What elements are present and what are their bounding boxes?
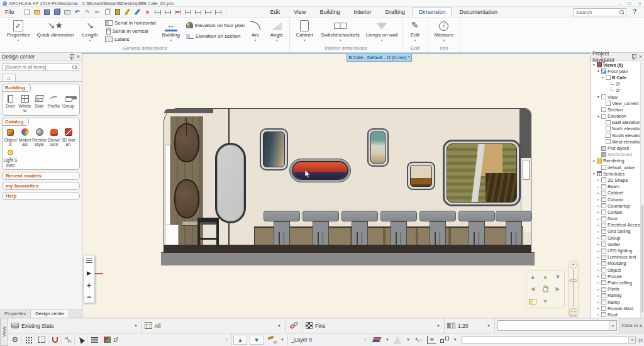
serial-option[interactable]: Serial in vertical	[105, 28, 156, 35]
tree-item[interactable]: Ramp	[591, 299, 640, 305]
tree-item[interactable]: Section	[591, 106, 640, 113]
bar-stool-pedestal[interactable]	[469, 221, 485, 245]
mini-nav-icon[interactable]: ▲▲▼▼	[569, 308, 577, 317]
format-brush-icon[interactable]	[124, 8, 131, 16]
tree-expander-icon[interactable]	[596, 268, 601, 272]
tree-expander-icon[interactable]	[596, 198, 601, 201]
tree-expander-icon[interactable]	[596, 249, 601, 253]
baseboard[interactable]	[164, 245, 531, 253]
tree-item[interactable]: View	[591, 94, 640, 100]
pan-down-icon[interactable]: ▼	[543, 298, 548, 304]
tree-expander-icon[interactable]	[596, 306, 601, 310]
document-tab[interactable]: B Cafe - Default - 1f (0 mm) *	[347, 54, 412, 62]
tree-item[interactable]: Views (6)	[591, 62, 640, 68]
redo-icon[interactable]: ↷	[84, 8, 91, 16]
catalog-item[interactable]: Objects	[3, 128, 18, 147]
tree-item[interactable]: Countertop	[591, 203, 640, 209]
cafe-elevation-drawing[interactable]	[164, 108, 531, 265]
arc-button[interactable]: Arc▼	[246, 18, 265, 42]
bar-stool-pedestal[interactable]	[274, 221, 290, 245]
bar-stool[interactable]	[341, 211, 378, 221]
dim-corner-icon[interactable]	[164, 8, 172, 16]
tree-item[interactable]: West elevation	[591, 138, 640, 145]
wall-plaque[interactable]	[182, 221, 199, 226]
right-wall-column[interactable]	[519, 109, 531, 158]
level-down-button[interactable]: ▼	[250, 335, 264, 345]
tree-expander-icon[interactable]	[596, 210, 601, 214]
window-large-artwork[interactable]	[443, 140, 521, 206]
tree-item[interactable]: Plot layout	[591, 145, 640, 151]
grid-icon[interactable]	[22, 335, 35, 345]
elevation-option[interactable]: Elevation on floor plan	[186, 22, 245, 28]
coordinate-system-button[interactable]: R	[425, 335, 438, 345]
zoom-track[interactable]	[573, 270, 574, 307]
properties-button[interactable]: Properties▼	[2, 18, 35, 42]
view-mode-icon[interactable]	[529, 299, 536, 304]
tree-scrollbar[interactable]	[640, 62, 644, 318]
collapsed-group-header[interactable]: Help	[2, 192, 80, 200]
window-small-vertical[interactable]	[367, 128, 389, 167]
list-icon[interactable]	[88, 335, 101, 345]
catalog-item[interactable]: Group	[61, 94, 75, 113]
dim-point-icon[interactable]	[204, 8, 212, 16]
elevation-option[interactable]: Elevation on section	[186, 33, 245, 39]
tree-expander-icon[interactable]	[596, 313, 601, 316]
catalog-group-header[interactable]: Catalog	[2, 118, 29, 126]
play-icon[interactable]: ▶	[87, 270, 91, 276]
tree-item[interactable]: Grid ceiling	[591, 228, 640, 235]
tree-item[interactable]: Beam	[591, 184, 640, 190]
pin-icon[interactable]	[69, 54, 74, 60]
window-blue-glass[interactable]	[260, 128, 288, 170]
tree-item[interactable]: 2f	[591, 81, 640, 87]
dropdown-icon[interactable]: ▼	[609, 321, 616, 330]
oval-mirror-top[interactable]	[174, 123, 199, 162]
cabinet-button[interactable]: Cabinet▼	[292, 18, 317, 42]
new-document-icon[interactable]	[23, 8, 31, 16]
cornice-left[interactable]	[164, 109, 213, 113]
node-snap-button[interactable]	[438, 335, 452, 345]
level-selector[interactable]: 1f˅	[101, 333, 232, 346]
panel-tab[interactable]: Design center	[31, 310, 69, 318]
tree-item[interactable]: B Cafe	[591, 74, 640, 81]
bar-stool-pedestal[interactable]	[352, 221, 368, 245]
coordinate-input[interactable]: ▼	[462, 337, 636, 343]
search-box[interactable]	[574, 8, 626, 16]
search-icon[interactable]	[72, 64, 77, 70]
catalog-item[interactable]: Showroom	[47, 128, 61, 147]
length-button[interactable]: ↘ Length▼	[76, 18, 104, 42]
tree-item[interactable]: Plain ceiling	[591, 279, 640, 286]
tree-item[interactable]: Door	[591, 216, 640, 222]
pick-point-button[interactable]: ↖+	[412, 335, 425, 345]
catalog-item[interactable]: Window	[18, 94, 32, 113]
tree-expander-icon[interactable]	[596, 281, 601, 284]
catalog-item[interactable]: Render style	[32, 128, 47, 147]
scrollbar-thumb[interactable]	[641, 205, 643, 313]
tree-expander-icon[interactable]	[596, 236, 601, 240]
dropdown-icon[interactable]: ▼	[404, 338, 412, 342]
coordinate-input-field[interactable]	[462, 337, 629, 343]
view-side-tab[interactable]: View	[0, 318, 8, 346]
pan-hand-icon[interactable]	[541, 284, 550, 293]
pan-down-right-icon[interactable]: ▼	[555, 274, 561, 280]
bar-stool-pedestal[interactable]	[506, 221, 522, 245]
pan-up-left-icon[interactable]: ▲	[530, 274, 536, 280]
tree-expander-icon[interactable]	[596, 223, 601, 227]
tree-item[interactable]: Plinth	[591, 286, 640, 293]
command-input-field[interactable]	[498, 323, 609, 328]
dim-style-icon[interactable]	[214, 8, 222, 16]
ribbon-tab[interactable]: Interior	[347, 7, 377, 17]
tree-expander-icon[interactable]	[596, 230, 601, 233]
state-selector[interactable]: Existing State▼	[9, 318, 142, 333]
quality-selector[interactable]: Fine▼	[303, 318, 445, 333]
tree-item[interactable]: Floor plan	[591, 68, 640, 74]
building-dimension-button[interactable]: ↔ Building▼	[157, 18, 185, 42]
serial-option[interactable]: Labels	[105, 36, 156, 42]
close-panel-icon[interactable]: ×	[639, 54, 642, 60]
save-all-icon[interactable]	[53, 8, 61, 16]
tree-expander-icon[interactable]	[596, 242, 601, 246]
filter-selector[interactable]: All▼	[142, 318, 286, 333]
tree-item[interactable]: Electrical Access	[591, 222, 640, 228]
drawing-canvas[interactable]: B Cafe - Default - 1f (0 mm) *	[82, 53, 590, 318]
red-signboard[interactable]	[289, 159, 351, 182]
tree-expander-icon[interactable]	[601, 75, 605, 79]
